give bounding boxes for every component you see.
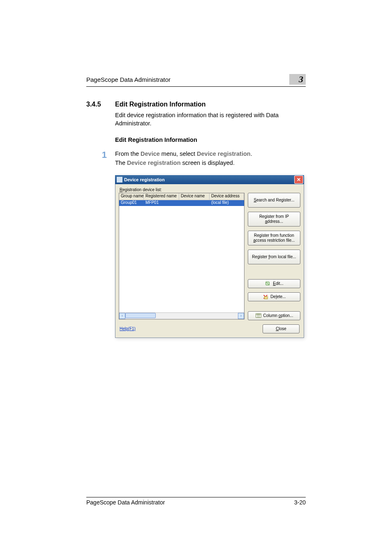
dialog-footer: Help(F1) Close bbox=[119, 324, 300, 334]
scroll-left-icon[interactable]: ‹ bbox=[119, 313, 125, 319]
table-header: Group name Registered name Device name D… bbox=[119, 193, 244, 200]
button-column: Search and Register... Register from IPa… bbox=[248, 193, 300, 320]
footer-page-number: 3-20 bbox=[294, 499, 306, 506]
edit-button[interactable]: Edit... bbox=[248, 279, 300, 288]
dialog-body: Registration device list: Group name Reg… bbox=[115, 184, 304, 338]
delete-icon bbox=[262, 294, 269, 300]
register-from-ip-button[interactable]: Register from IPaddress... bbox=[248, 212, 300, 227]
close-button[interactable]: Close bbox=[263, 324, 300, 333]
horizontal-scrollbar[interactable]: ‹ › bbox=[119, 312, 244, 319]
delete-button[interactable]: Delete... bbox=[248, 292, 300, 301]
column-option-button[interactable]: Column option... bbox=[248, 311, 300, 320]
register-from-function-file-button[interactable]: Register from functionaccess restriction… bbox=[248, 231, 300, 245]
section-title: Edit Registration Information bbox=[115, 101, 205, 108]
svg-rect-2 bbox=[256, 313, 261, 317]
scroll-right-icon[interactable]: › bbox=[238, 313, 244, 319]
step-body: From the Device menu, select Device regi… bbox=[115, 150, 252, 168]
table-row[interactable]: Group01 MFP01 (local file) bbox=[119, 200, 244, 206]
section-heading: 3.4.5 Edit Registration Information bbox=[86, 101, 306, 108]
running-header-title: PageScope Data Administrator bbox=[86, 76, 289, 83]
app-icon bbox=[117, 177, 122, 183]
menu-word-device-registration: Device registration bbox=[197, 150, 251, 157]
section-number: 3.4.5 bbox=[86, 101, 108, 108]
dialog-title: Device registration bbox=[124, 177, 293, 182]
menu-word-device: Device bbox=[141, 150, 160, 157]
search-and-register-button[interactable]: Search and Register... bbox=[248, 193, 300, 208]
step-number: 1 bbox=[86, 150, 107, 168]
footer-title: PageScope Data Administrator bbox=[86, 499, 165, 506]
section-intro: Edit device registration information tha… bbox=[115, 111, 306, 127]
edit-icon bbox=[265, 281, 271, 287]
svg-rect-1 bbox=[265, 296, 268, 299]
close-icon[interactable]: ✕ bbox=[294, 176, 303, 184]
help-link[interactable]: Help(F1) bbox=[120, 326, 136, 331]
register-from-local-file-button[interactable]: Register from local file... bbox=[248, 250, 300, 264]
dialog-device-registration: Device registration ✕ Registration devic… bbox=[115, 175, 304, 338]
registration-device-table[interactable]: Group name Registered name Device name D… bbox=[119, 193, 244, 319]
step-1: 1 From the Device menu, select Device re… bbox=[86, 150, 306, 168]
col-registered-name[interactable]: Registered name bbox=[144, 193, 179, 200]
col-device-name[interactable]: Device name bbox=[179, 193, 210, 200]
running-header: PageScope Data Administrator 3 bbox=[86, 74, 306, 87]
col-device-address[interactable]: Device address bbox=[210, 193, 244, 200]
column-option-icon bbox=[255, 313, 262, 319]
dialog-titlebar[interactable]: Device registration ✕ bbox=[115, 175, 304, 184]
col-group-name[interactable]: Group name bbox=[119, 193, 144, 200]
chapter-number-badge: 3 bbox=[289, 74, 306, 85]
running-footer: PageScope Data Administrator 3-20 bbox=[86, 497, 306, 506]
scroll-thumb[interactable] bbox=[125, 313, 156, 318]
scroll-track[interactable] bbox=[125, 313, 238, 319]
registration-list-label: Registration device list: bbox=[120, 187, 300, 192]
subheading: Edit Registration Information bbox=[115, 136, 306, 143]
menu-word-device-registration-2: Device registration bbox=[127, 160, 181, 166]
